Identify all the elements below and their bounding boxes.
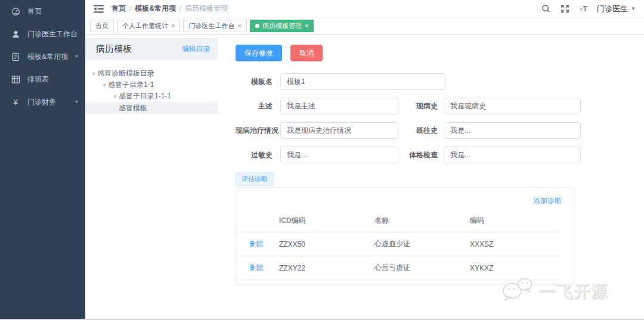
breadcrumb-separator: / — [129, 5, 131, 13]
breadcrumb-current: 病历模板管理 — [185, 4, 228, 14]
sidebar-item-label: 模板&常用项 — [27, 52, 74, 62]
dropdown-caret-icon: ▼ — [631, 6, 636, 11]
app-window: 首页 门诊医生工作台 模板&常用项 ▼ 排班表 ¥ 门诊财务 ▼ — [0, 0, 644, 320]
column-header-action — [236, 211, 279, 232]
breadcrumb: 首页 / 模板&常用项 / 病历模板管理 — [112, 4, 228, 14]
column-header-code: 编码 — [470, 211, 562, 232]
cell-icd: ZZXX50 — [279, 232, 374, 256]
tab-label: 门诊医生工作台 — [188, 21, 234, 30]
sidebar-item-label: 门诊医生工作台 — [27, 29, 79, 39]
tab-doctor-workbench[interactable]: 门诊医生工作台 × — [183, 20, 246, 32]
sidebar-item-label: 门诊财务 — [27, 97, 74, 107]
field-label: 体格检查 — [404, 150, 438, 160]
sidebar-item-schedule[interactable]: 排班表 — [0, 68, 85, 91]
field-label: 模板名 — [236, 77, 273, 87]
sidebar-item-finance[interactable]: ¥ 门诊财务 ▼ — [0, 91, 85, 113]
breadcrumb-templates[interactable]: 模板&常用项 — [135, 4, 176, 14]
tree-node[interactable]: ▼ 感冒子目录1-1 — [85, 79, 218, 91]
add-link-row: 添加诊断 — [236, 194, 562, 211]
template-tree: ▼ 感冒诊断模板目录 ▼ 感冒子目录1-1 ▼ 感冒子目录1-1-1 感冒模板 — [85, 68, 218, 114]
tree-caret-icon[interactable]: ▼ — [90, 71, 97, 77]
tree-node[interactable]: ▼ 感冒子目录1-1-1 — [85, 91, 218, 102]
field-label: 过敏史 — [236, 150, 273, 160]
present-illness-input[interactable] — [444, 98, 581, 114]
physical-exam-input[interactable] — [444, 147, 581, 163]
form-row: 主述 现病史 — [236, 98, 644, 114]
font-size-icon[interactable]: TT — [580, 4, 587, 13]
add-diagnosis-link[interactable]: 添加诊断 — [533, 197, 562, 205]
main-area: 首页 / 模板&常用项 / 病历模板管理 TT 门诊医生 ▼ — [85, 0, 644, 319]
sidebar-collapse-icon[interactable] — [94, 5, 104, 13]
diagnosis-tag: 评估诊断 — [236, 172, 274, 186]
cell-icd: ZZXY22 — [279, 256, 374, 280]
schedule-table-icon — [11, 74, 20, 84]
tab-label: 病历模板管理 — [262, 21, 302, 30]
active-tab-dot — [255, 24, 259, 28]
tree-node-label: 感冒子目录1-1 — [108, 80, 154, 90]
diagnosis-card: 添加诊断 ICD编码 名称 编码 — [236, 187, 574, 284]
table-row: 删除 ZZXX50 心虚血少证 XXXSZ — [236, 232, 562, 256]
user-dropdown[interactable]: 门诊医生 ▼ — [597, 4, 636, 14]
template-form: 保存修改 取消 模板名 主述 现病史 现病治疗情况 既往史 — [218, 35, 644, 319]
form-actions: 保存修改 取消 — [236, 45, 644, 61]
tree-panel-header: 病历模板 编辑目录 — [85, 38, 218, 60]
cell-name: 心虚血少证 — [374, 232, 470, 256]
field-label: 主述 — [236, 101, 273, 111]
save-button[interactable]: 保存修改 — [236, 45, 282, 61]
tab-personal-workload[interactable]: 个人工作量统计 × — [117, 20, 180, 32]
tab-label: 个人工作量统计 — [122, 21, 168, 30]
template-icon — [11, 52, 20, 61]
cell-code: XXXSZ — [470, 232, 562, 256]
delete-link[interactable]: 删除 — [249, 263, 264, 272]
user-name: 门诊医生 — [597, 4, 628, 14]
sidebar-item-templates[interactable]: 模板&常用项 ▼ — [0, 45, 85, 68]
close-icon[interactable]: × — [171, 23, 175, 29]
form-row: 模板名 — [236, 73, 644, 90]
sidebar-item-label: 排班表 — [27, 74, 79, 85]
tree-node-label: 感冒子目录1-1-1 — [119, 91, 171, 101]
delete-link[interactable]: 删除 — [249, 240, 264, 248]
doctor-workbench-icon — [11, 29, 20, 39]
past-history-input[interactable] — [444, 122, 581, 139]
tree-caret-icon[interactable]: ▼ — [112, 94, 119, 100]
finance-yuan-icon: ¥ — [11, 97, 20, 107]
chief-complaint-input[interactable] — [280, 98, 398, 114]
tab-label: 首页 — [95, 21, 109, 30]
field-label: 现病史 — [404, 101, 438, 111]
sidebar-item-label: 首页 — [27, 7, 79, 17]
edit-directory-link[interactable]: 编辑目录 — [182, 44, 210, 54]
field-label: 现病治疗情况 — [236, 126, 273, 136]
cancel-button[interactable]: 取消 — [290, 45, 323, 61]
sidebar-item-doctor-workbench[interactable]: 门诊医生工作台 — [0, 23, 85, 45]
chevron-down-icon: ▼ — [74, 100, 79, 104]
breadcrumb-home[interactable]: 首页 — [112, 4, 126, 14]
tab-home[interactable]: 首页 — [90, 20, 114, 32]
chevron-down-icon: ▼ — [74, 54, 79, 59]
template-tree-panel: 病历模板 编辑目录 ▼ 感冒诊断模板目录 ▼ 感冒子目录1-1 ▼ 感冒子目录1… — [85, 35, 218, 319]
table-row: 删除 ZZXY22 心营亏虚证 XYKXZ — [236, 256, 562, 280]
top-navbar: 首页 / 模板&常用项 / 病历模板管理 TT 门诊医生 ▼ — [85, 0, 644, 18]
cell-name: 心营亏虚证 — [374, 256, 470, 280]
sidebar-item-home[interactable]: 首页 — [0, 0, 85, 23]
opened-tabs-bar: 首页 个人工作量统计 × 门诊医生工作台 × 病历模板管理 × — [85, 18, 644, 35]
tree-node-selected[interactable]: 感冒模板 — [85, 102, 218, 114]
breadcrumb-separator: / — [179, 5, 181, 13]
diagnosis-table: ICD编码 名称 编码 删除 ZZXX50 心虚血少证 XXXSZ — [236, 211, 562, 280]
template-name-input[interactable] — [280, 73, 445, 90]
tab-template-management-active[interactable]: 病历模板管理 × — [250, 20, 314, 32]
tree-caret-icon[interactable]: ▼ — [101, 82, 108, 88]
allergy-history-input[interactable] — [280, 147, 398, 163]
form-row: 过敏史 体格检查 — [236, 147, 644, 163]
close-icon[interactable]: × — [237, 23, 241, 29]
table-header-row: ICD编码 名称 编码 — [236, 211, 562, 232]
close-icon[interactable]: × — [305, 23, 308, 29]
treatment-status-input[interactable] — [280, 122, 398, 139]
sidebar: 首页 门诊医生工作台 模板&常用项 ▼ 排班表 ¥ 门诊财务 ▼ — [0, 0, 85, 319]
search-icon[interactable] — [541, 4, 551, 14]
tree-node[interactable]: ▼ 感冒诊断模板目录 — [85, 68, 218, 79]
field-label: 既往史 — [404, 126, 438, 136]
page-content: 病历模板 编辑目录 ▼ 感冒诊断模板目录 ▼ 感冒子目录1-1 ▼ 感冒子目录1… — [85, 35, 644, 319]
fullscreen-icon[interactable] — [561, 4, 570, 14]
column-header-name: 名称 — [374, 211, 470, 232]
form-row: 现病治疗情况 既往史 — [236, 122, 644, 139]
